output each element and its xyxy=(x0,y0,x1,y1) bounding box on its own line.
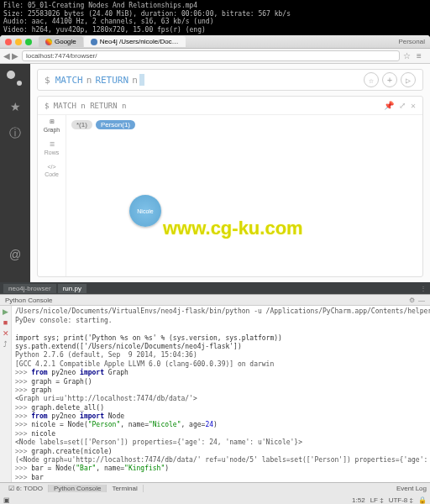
star-icon[interactable]: ☆ xyxy=(403,51,413,61)
close-icon[interactable]: ✕ xyxy=(411,101,416,110)
view-label: Code xyxy=(45,171,59,177)
url-text: localhost:7474/browser/ xyxy=(26,52,97,60)
editor-tab-menu[interactable]: ⋮ xyxy=(420,285,427,292)
ide-editor-tabs: neo4j-browser run.py ⋮ xyxy=(0,282,430,294)
view-code[interactable]: </> Code xyxy=(38,164,66,177)
encoding[interactable]: UTF-8 ‡ xyxy=(389,496,413,504)
watermark: www.cg-ku.com xyxy=(163,218,303,239)
view-tabs: ⊞ Graph ☰ Rows </> Code xyxy=(38,115,66,276)
debug-icon[interactable]: ⤴ xyxy=(3,340,8,349)
expand-icon[interactable]: ⤢ xyxy=(399,101,406,110)
console-body: ▶ ■ ✕ ⤴ /Users/nicole/Documents/VirtualE… xyxy=(0,306,430,482)
label-pills: *(1) Person(1) xyxy=(71,120,135,129)
view-label: Rows xyxy=(45,150,60,155)
view-rows[interactable]: ☰ Rows xyxy=(38,141,66,155)
result-header-icons: 📌 ⤢ ✕ xyxy=(384,101,416,110)
play-icon: ▷ xyxy=(406,76,411,85)
label-all[interactable]: *(1) xyxy=(71,120,92,129)
result-header: $ MATCH n RETURN n 📌 ⤢ ✕ xyxy=(38,97,422,115)
info-icon[interactable]: ⓘ xyxy=(8,126,23,141)
var-n: n xyxy=(87,75,92,86)
match-kw: MATCH xyxy=(55,75,83,86)
plus-icon: + xyxy=(387,76,392,85)
rows-icon: ☰ xyxy=(50,141,55,148)
menu-icon[interactable]: ≡ xyxy=(417,51,427,61)
result-query: $ MATCH n RETURN n xyxy=(45,102,127,110)
graph-node-nicole[interactable]: Nicole xyxy=(129,195,161,227)
editor-tab-browser[interactable]: neo4j-browser xyxy=(3,284,56,293)
prompt: $ xyxy=(45,75,50,86)
profile-label[interactable]: Personal xyxy=(398,38,425,45)
cursor-position: 1:52 xyxy=(352,496,365,504)
url-input[interactable]: localhost:7474/browser/ xyxy=(22,50,400,61)
terminal-tab[interactable]: Terminal xyxy=(107,485,143,492)
graph-icon: ⊞ xyxy=(50,118,55,125)
console-output[interactable]: /Users/nicole/Documents/VirtualEnvs/neo4… xyxy=(12,306,430,482)
close-icon[interactable]: ✕ xyxy=(3,329,9,338)
forward-button[interactable]: ▶ xyxy=(12,51,18,60)
back-button[interactable]: ◀ xyxy=(3,51,10,60)
titlebar: Google Neo4j /Users/nicole/Doc… Personal xyxy=(0,35,430,49)
ide-statusbar-2: ▣ 1:52 LF ‡ UTF-8 ‡ 🔒 xyxy=(0,494,430,504)
var-n: n xyxy=(132,75,138,86)
console-title: Python Console xyxy=(5,297,52,304)
rerun-icon[interactable]: ▶ xyxy=(3,307,8,316)
video-size: Size: 25583026 bytes (24.40 MiB), durati… xyxy=(3,10,427,18)
cypher-editor[interactable]: $ MATCH n RETURN n ☆ + ▷ xyxy=(37,69,423,91)
todo-tab[interactable]: ☑ 6: TODO xyxy=(3,485,49,492)
return-kw: RETURN xyxy=(95,75,128,86)
address-bar: ◀ ▶ localhost:7474/browser/ ☆ ≡ xyxy=(0,49,430,64)
python-console-tab[interactable]: Python Console xyxy=(49,485,107,492)
add-button[interactable]: + xyxy=(382,72,397,87)
line-ending[interactable]: LF ‡ xyxy=(370,496,384,504)
video-audio: Audio: aac, 44100 Hz, 2 channels, s16, 6… xyxy=(3,18,427,26)
tool-tabs: ☑ 6: TODO Python Console Terminal xyxy=(3,485,144,492)
neo4j-favicon-icon xyxy=(91,39,97,45)
at-icon[interactable]: @ xyxy=(8,247,23,262)
star-icon: ☆ xyxy=(369,76,374,85)
tab-neo4j[interactable]: Neo4j /Users/nicole/Doc… xyxy=(84,36,186,47)
run-button[interactable]: ▷ xyxy=(401,72,416,87)
view-graph[interactable]: ⊞ Graph xyxy=(38,118,66,133)
video-info-overlay: File: 05_01-Creating Nodes And Relations… xyxy=(0,0,430,35)
neo-sidebar: ★ ⓘ @ xyxy=(0,64,30,282)
stop-icon[interactable]: ■ xyxy=(3,318,8,327)
neo4j-browser: ★ ⓘ @ $ MATCH n RETURN n ☆ + ▷ xyxy=(0,64,430,282)
google-favicon-icon xyxy=(45,39,52,45)
tab-google[interactable]: Google xyxy=(39,36,83,47)
pin-icon[interactable]: 📌 xyxy=(384,101,394,110)
result-panel: $ MATCH n RETURN n 📌 ⤢ ✕ ⊞ Graph xyxy=(37,96,423,277)
maximize-window[interactable] xyxy=(25,39,32,45)
video-video: Video: h264, yuv420p, 1280x720, 15.00 fp… xyxy=(3,26,427,34)
video-file: File: 05_01-Creating Nodes And Relations… xyxy=(3,2,427,10)
status-left: ☑ 6: TODO Python Console Terminal xyxy=(3,485,144,492)
nav-arrows: ◀ ▶ xyxy=(3,51,18,60)
result-body: ⊞ Graph ☰ Rows </> Code xyxy=(38,115,422,276)
minimize-icon[interactable]: — xyxy=(418,297,425,304)
close-window[interactable] xyxy=(5,39,12,45)
view-label: Graph xyxy=(44,127,60,133)
browser-window: Google Neo4j /Users/nicole/Doc… Personal… xyxy=(0,35,430,282)
label-person[interactable]: Person(1) xyxy=(96,120,135,129)
window-controls xyxy=(5,39,32,45)
tool-window-icon[interactable]: ▣ xyxy=(3,496,10,504)
tab-label: Google xyxy=(55,38,76,45)
tab-label: Neo4j /Users/nicole/Doc… xyxy=(100,38,179,45)
toolbar-icons: ☆ ≡ xyxy=(403,51,427,61)
editor-tab-run[interactable]: run.py xyxy=(58,284,87,293)
minimize-window[interactable] xyxy=(15,39,22,45)
console-header-controls: ⚙ — xyxy=(409,297,425,304)
event-log[interactable]: Event Log xyxy=(396,485,427,492)
neo4j-logo-icon[interactable] xyxy=(7,71,24,87)
query-buttons: ☆ + ▷ xyxy=(364,72,416,87)
favorites-icon[interactable]: ★ xyxy=(8,99,23,114)
cursor xyxy=(139,74,144,86)
node-label: Nicole xyxy=(137,208,153,214)
console-gutter: ▶ ■ ✕ ⤴ xyxy=(0,306,12,482)
favorite-button[interactable]: ☆ xyxy=(364,72,379,87)
lock-icon[interactable]: 🔒 xyxy=(418,496,427,504)
graph-canvas[interactable]: *(1) Person(1) Nicole www.cg-ku.com xyxy=(66,115,422,276)
kebab-icon: ⋮ xyxy=(420,285,427,292)
gear-icon[interactable]: ⚙ xyxy=(409,297,415,304)
neo-main: $ MATCH n RETURN n ☆ + ▷ $ MATCH n RETUR… xyxy=(30,64,430,282)
